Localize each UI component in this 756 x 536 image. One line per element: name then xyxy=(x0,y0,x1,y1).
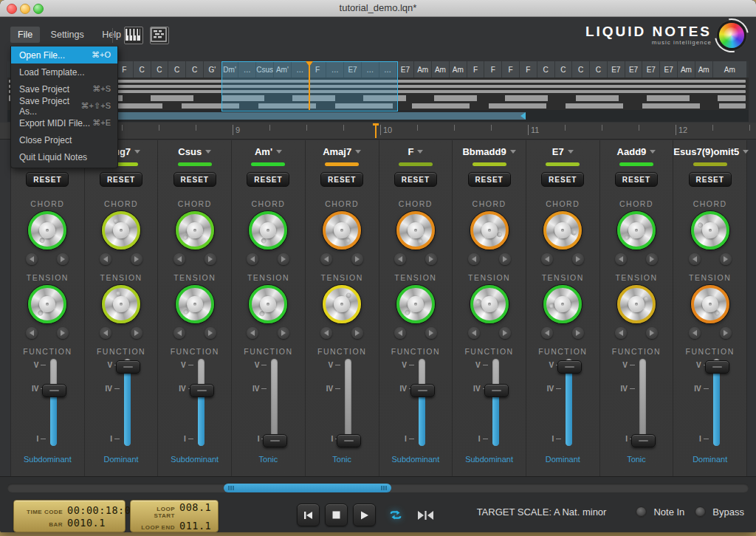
scrollbar-thumb[interactable] xyxy=(224,484,391,492)
tension-next-button[interactable] xyxy=(646,327,658,339)
tension-prev-button[interactable] xyxy=(468,327,480,339)
timeline-chord-cell[interactable]: C xyxy=(537,61,554,78)
function-slider[interactable]: V IV I xyxy=(24,359,75,450)
chord-prev-button[interactable] xyxy=(615,253,627,265)
timeline-chord-cell[interactable]: F xyxy=(467,61,484,78)
menu-file[interactable]: File xyxy=(10,27,40,43)
timeline-chord-cell[interactable]: Am xyxy=(450,61,467,78)
slider-track[interactable] xyxy=(419,359,425,446)
chord-name[interactable]: Am' xyxy=(255,146,272,157)
chord-knob[interactable] xyxy=(691,211,729,250)
tension-prev-button[interactable] xyxy=(615,327,627,339)
tension-knob[interactable] xyxy=(102,285,140,323)
chord-next-button[interactable] xyxy=(57,253,69,265)
function-slider[interactable]: V IV I xyxy=(97,359,149,450)
chevron-down-icon[interactable] xyxy=(510,150,516,154)
timeline-chord-cell[interactable]: C xyxy=(168,61,185,78)
timeline-chord-cell[interactable]: E7 xyxy=(660,61,677,78)
slider-handle[interactable] xyxy=(190,384,214,397)
tension-knob[interactable] xyxy=(28,285,66,323)
chord-knob[interactable] xyxy=(396,211,435,250)
chevron-down-icon[interactable] xyxy=(650,150,656,154)
slider-handle[interactable] xyxy=(631,434,656,447)
reset-button[interactable]: RESET xyxy=(26,172,69,187)
stop-button[interactable] xyxy=(325,504,348,526)
tension-prev-button[interactable] xyxy=(247,327,258,339)
tension-knob[interactable] xyxy=(617,285,656,323)
reset-button[interactable]: RESET xyxy=(689,172,732,187)
chord-prev-button[interactable] xyxy=(468,253,480,265)
timeline-chord-cell[interactable]: F xyxy=(116,61,133,78)
chord-name[interactable]: Esus7(9)omit5 xyxy=(673,146,739,157)
function-slider[interactable]: V IV I xyxy=(244,359,296,450)
chord-name[interactable]: F xyxy=(408,146,413,157)
chord-next-button[interactable] xyxy=(425,253,437,265)
timeline-chord-cell[interactable]: C xyxy=(572,61,589,78)
slider-handle[interactable] xyxy=(263,434,287,447)
function-slider[interactable]: V IV I xyxy=(466,359,518,450)
loop-toggle-button[interactable] xyxy=(385,506,407,523)
chord-knob[interactable] xyxy=(176,211,214,250)
play-button[interactable] xyxy=(353,504,376,526)
function-slider[interactable]: V IV I xyxy=(687,359,738,450)
chord-name[interactable]: Bbmadd9 xyxy=(462,146,506,157)
slider-track[interactable] xyxy=(639,359,646,446)
chord-prev-button[interactable] xyxy=(100,253,111,265)
timeline-chord-cell[interactable]: E7 xyxy=(397,61,414,78)
chord-knob[interactable] xyxy=(323,211,361,250)
chord-knob[interactable] xyxy=(543,211,582,250)
timeline-chord-cell[interactable]: F xyxy=(520,61,537,78)
tension-next-button[interactable] xyxy=(351,327,363,339)
note-in-toggle[interactable]: Note In xyxy=(636,506,684,518)
reset-button[interactable]: RESET xyxy=(100,172,142,187)
chord-next-button[interactable] xyxy=(278,253,289,265)
timeline-chord-cell[interactable]: F xyxy=(502,61,519,78)
tension-next-button[interactable] xyxy=(425,327,437,339)
timeline-chord-cell[interactable]: Am xyxy=(695,61,712,78)
timeline-chord-cell[interactable]: C xyxy=(186,61,203,78)
bypass-toggle[interactable]: Bypass xyxy=(695,506,744,518)
chord-name[interactable]: Amaj7 xyxy=(323,146,351,157)
function-slider[interactable]: V IV I xyxy=(171,359,223,450)
slider-track[interactable] xyxy=(492,359,499,446)
timeline-chord-cell[interactable]: F xyxy=(484,61,501,78)
chord-knob[interactable] xyxy=(249,211,287,250)
reset-button[interactable]: RESET xyxy=(394,172,437,187)
timeline-chord-cell[interactable]: G' xyxy=(204,61,221,78)
tension-knob[interactable] xyxy=(470,285,509,323)
slider-track[interactable] xyxy=(271,359,278,446)
tension-prev-button[interactable] xyxy=(541,327,553,339)
timeline-chord-cell[interactable]: E7 xyxy=(608,61,625,78)
go-to-loop-button[interactable] xyxy=(413,510,439,523)
tension-next-button[interactable] xyxy=(205,327,216,339)
chord-next-button[interactable] xyxy=(720,253,732,265)
function-slider[interactable]: V IV I xyxy=(613,359,664,450)
tension-knob[interactable] xyxy=(176,285,214,323)
tension-prev-button[interactable] xyxy=(26,327,38,339)
menu-item[interactable]: Export MIDI File... ⌘+E xyxy=(11,114,117,131)
slider-handle[interactable] xyxy=(337,434,361,447)
chord-knob[interactable] xyxy=(28,211,66,250)
chord-prev-button[interactable] xyxy=(173,253,185,265)
chord-knob[interactable] xyxy=(617,211,656,250)
timeline-chord-cell[interactable]: E7 xyxy=(642,61,659,78)
tension-next-button[interactable] xyxy=(278,327,289,339)
chevron-down-icon[interactable] xyxy=(205,150,211,154)
timeline-chord-cell[interactable]: C xyxy=(151,61,168,78)
chevron-down-icon[interactable] xyxy=(134,150,140,154)
timeline-chord-cell[interactable]: C xyxy=(134,61,151,78)
reset-button[interactable]: RESET xyxy=(615,172,658,187)
chord-prev-button[interactable] xyxy=(26,253,38,265)
tension-prev-button[interactable] xyxy=(689,327,701,339)
tension-knob[interactable] xyxy=(691,285,729,323)
tension-next-button[interactable] xyxy=(572,327,584,339)
chord-name[interactable]: Csus xyxy=(178,146,202,157)
chord-next-button[interactable] xyxy=(572,253,584,265)
chord-prev-button[interactable] xyxy=(394,253,406,265)
menu-item[interactable]: Quit Liquid Notes xyxy=(11,148,117,165)
playhead-marker[interactable] xyxy=(375,123,377,138)
reset-button[interactable]: RESET xyxy=(541,172,584,187)
tension-prev-button[interactable] xyxy=(173,327,185,339)
chord-next-button[interactable] xyxy=(499,253,511,265)
chevron-down-icon[interactable] xyxy=(417,150,423,154)
